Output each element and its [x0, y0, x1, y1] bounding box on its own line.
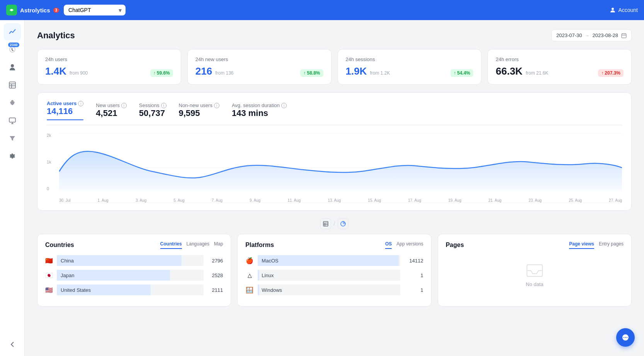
country-bar-china: China — [57, 255, 204, 266]
chart-section: Active users i 14,116 New users i — [37, 92, 632, 211]
countries-tab-languages[interactable]: Languages — [187, 241, 209, 249]
platform-value-macos: 14112 — [404, 258, 423, 264]
sidebar-item-bugs[interactable] — [4, 94, 21, 111]
pages-tab-page-views[interactable]: Page views — [569, 241, 594, 249]
sidebar-nav: 2340 — [0, 20, 25, 356]
table-view-button[interactable] — [320, 218, 331, 229]
info-icon-non-new[interactable]: i — [214, 103, 219, 108]
y-label-2k: 2k — [47, 133, 51, 138]
countries-tab-countries[interactable]: Countries — [160, 241, 182, 249]
date-from: 2023-07-30 — [556, 32, 582, 38]
info-icon-avg-session[interactable]: i — [281, 103, 287, 108]
chart-tab-non-new-users[interactable]: Non-new users i 9,595 — [179, 100, 219, 120]
platforms-tab-os[interactable]: OS — [385, 241, 392, 249]
country-row-china: 🇨🇳 China 2796 — [45, 255, 223, 266]
platform-bar-windows: Windows — [258, 284, 400, 295]
sidebar-item-funnel[interactable] — [4, 130, 21, 147]
platform-bar-macos: MacOS — [258, 255, 400, 266]
chart-tab-label-new: New users — [96, 102, 119, 108]
country-name-china: China — [61, 258, 74, 264]
active-underline — [47, 119, 83, 120]
chart-tab-new-users[interactable]: New users i 4,521 — [96, 100, 126, 120]
sidebar-item-realtime[interactable]: 2340 — [4, 41, 21, 58]
pages-panel-title: Pages — [446, 242, 464, 249]
stat-badge-value-sessions: 54.4% — [457, 70, 470, 76]
platform-icon-linux: △ — [245, 271, 254, 279]
chart-tab-value-non-new: 9,595 — [179, 108, 219, 118]
site-selector[interactable]: ChatGPT — [64, 5, 126, 15]
chart-y-labels: 2k 1k 0 — [47, 133, 51, 191]
site-selector-wrap[interactable]: ChatGPT ▾ — [64, 5, 126, 15]
stat-from-sessions: from 1.2K — [370, 70, 390, 76]
country-bar-us: United States — [57, 284, 204, 295]
stat-value-new-users: 216 — [195, 65, 212, 77]
bottom-panels: Countries Countries Languages Map 🇨🇳 Chi… — [37, 234, 632, 307]
pages-tab-entry-pages[interactable]: Entry pages — [599, 241, 624, 249]
no-data-text: No data — [526, 281, 544, 287]
chart-tab-active-users[interactable]: Active users i 14,116 — [47, 100, 83, 120]
stat-from-errors: from 21.6K — [526, 70, 549, 76]
sidebar-item-settings[interactable] — [4, 148, 21, 165]
chart-tab-sessions[interactable]: Sessions i 50,737 — [139, 100, 167, 120]
toggle-separator: / — [333, 220, 335, 227]
logo-badge: 3 — [53, 8, 59, 13]
chart-tab-value-active: 14,116 — [47, 106, 83, 116]
country-name-us: United States — [61, 287, 91, 293]
chart-tab-value-sessions: 50,737 — [139, 108, 167, 118]
stat-badge-users: ↑ 59.6% — [150, 69, 173, 77]
date-arrow: → — [585, 33, 590, 38]
date-range-picker[interactable]: 2023-07-30 → 2023-08-28 — [551, 29, 632, 41]
svg-rect-12 — [323, 221, 328, 226]
svg-rect-5 — [9, 118, 15, 122]
sidebar-item-table[interactable] — [4, 77, 21, 94]
stat-badge-errors: ↑ 207.3% — [598, 69, 624, 77]
collapse-button[interactable] — [4, 336, 21, 353]
platforms-panel-title: Platforms — [245, 242, 274, 249]
sidebar-item-analytics[interactable] — [4, 23, 21, 40]
stat-value-users: 1.4K — [45, 65, 66, 77]
stat-label-new-users: 24h new users — [195, 56, 323, 62]
countries-tab-map[interactable]: Map — [214, 241, 223, 249]
chart-tab-avg-session[interactable]: Avg. session duration i 143 mins — [232, 100, 287, 120]
page-header: Analytics 2023-07-30 → 2023-08-28 — [37, 29, 632, 41]
stat-badge-new-users: ↑ 58.8% — [300, 69, 323, 77]
pages-panel-tabs: Page views Entry pages — [569, 241, 624, 249]
sidebar-item-users[interactable] — [4, 59, 21, 76]
chart-svg — [59, 133, 622, 191]
stat-badge-value-users: 59.6% — [157, 70, 170, 76]
chart-tab-label-sessions: Sessions — [139, 102, 160, 108]
platform-value-linux: 1 — [404, 273, 423, 278]
stat-badge-arrow-new-users: ↑ — [303, 70, 306, 76]
platforms-tab-app-versions[interactable]: App versions — [396, 241, 423, 249]
x-label-6: 11. Aug — [287, 198, 301, 203]
countries-panel-tabs: Countries Languages Map — [160, 241, 223, 249]
x-label-3: 5. Aug — [173, 198, 184, 203]
account-button[interactable]: Account — [610, 7, 638, 13]
stat-value-sessions: 1.9K — [346, 65, 367, 77]
stat-card-sessions: 24h sessions 1.9K from 1.2K ↑ 54.4% — [338, 49, 482, 85]
x-label-4: 7. Aug — [212, 198, 223, 203]
platform-name-windows: Windows — [262, 287, 282, 293]
x-label-7: 13. Aug — [328, 198, 341, 203]
x-label-11: 21. Aug — [488, 198, 501, 203]
chat-button[interactable] — [616, 328, 635, 347]
x-label-5: 9. Aug — [250, 198, 260, 203]
info-icon-new-users[interactable]: i — [121, 103, 127, 108]
stat-badge-arrow-errors: ↑ — [601, 70, 603, 76]
platforms-panel-tabs: OS App versions — [385, 241, 423, 249]
country-value-us: 2111 — [207, 287, 223, 293]
country-value-japan: 2528 — [207, 273, 223, 278]
x-label-13: 25. Aug — [569, 198, 582, 203]
platform-row-macos: 🍎 MacOS 14112 — [245, 255, 423, 266]
info-icon-sessions[interactable]: i — [161, 103, 167, 108]
pie-view-button[interactable] — [338, 218, 348, 229]
sidebar-item-monitor[interactable] — [4, 112, 21, 129]
countries-panel: Countries Countries Languages Map 🇨🇳 Chi… — [37, 234, 231, 307]
pages-no-data: No data — [446, 255, 624, 295]
info-icon-active-users[interactable]: i — [78, 101, 83, 106]
chart-tab-value-new: 4,521 — [96, 108, 126, 118]
page-title: Analytics — [37, 31, 75, 41]
countries-panel-header: Countries Countries Languages Map — [45, 241, 223, 249]
svg-rect-8 — [622, 34, 626, 38]
platform-bar-linux: Linux — [258, 270, 400, 281]
